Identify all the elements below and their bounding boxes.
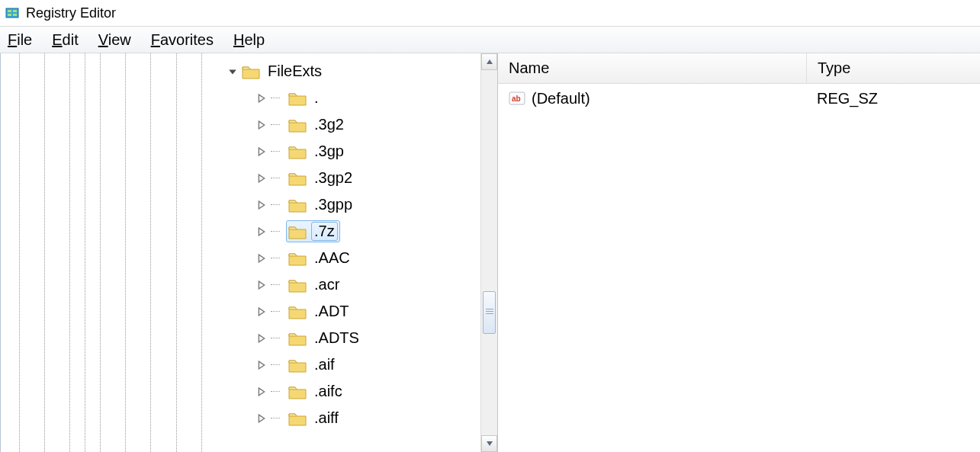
tree-node[interactable]: . (257, 85, 497, 111)
folder-icon (288, 170, 307, 187)
tree-node-label: .aiff (311, 409, 342, 428)
svg-text:ab: ab (512, 95, 521, 103)
menu-edit[interactable]: Edit (52, 31, 78, 49)
tree-node-label: .3gpp (311, 195, 355, 214)
client-area: FileExts ..3g2.3gp.3gp2.3gpp.7z.AAC.acr.… (0, 53, 980, 452)
expand-icon[interactable] (257, 387, 266, 396)
expand-icon[interactable] (257, 280, 266, 290)
tree-connector (271, 151, 280, 152)
value-row[interactable]: ab (Default) REG_SZ (498, 84, 980, 113)
tree-node-body[interactable]: .3g2 (286, 114, 349, 136)
folder-icon (288, 330, 307, 347)
tree-node-body[interactable]: .3gpp (286, 194, 358, 216)
tree-node-body[interactable]: .aif (286, 354, 340, 376)
tree-connector (271, 364, 280, 365)
collapse-icon[interactable] (228, 67, 237, 76)
expand-icon[interactable] (257, 227, 266, 236)
tree-node[interactable]: .acr (257, 271, 497, 298)
scroll-up-button[interactable] (481, 53, 497, 70)
column-header-type[interactable]: Type (806, 53, 980, 83)
tree-node-label: FileExts (265, 62, 325, 81)
expand-icon[interactable] (257, 307, 266, 316)
menu-help[interactable]: Help (233, 31, 265, 49)
folder-icon (288, 223, 307, 240)
tree-connector (271, 338, 280, 338)
expand-icon[interactable] (257, 120, 266, 130)
tree-connector (271, 98, 280, 98)
expand-icon[interactable] (257, 147, 266, 156)
tree-node[interactable]: .aif (257, 351, 497, 378)
tree-connector (271, 311, 280, 312)
folder-icon (288, 250, 307, 267)
scroll-down-button[interactable] (481, 435, 497, 452)
tree-connector (271, 391, 280, 392)
tree-node[interactable]: .ADTS (257, 325, 497, 351)
tree-node-body[interactable]: . (286, 87, 324, 109)
tree-node-body[interactable]: .7z (286, 220, 340, 242)
menu-favorites[interactable]: Favorites (151, 31, 214, 49)
svg-rect-0 (6, 8, 18, 18)
tree-node[interactable]: .AAC (257, 245, 497, 271)
scroll-track[interactable] (481, 70, 497, 435)
tree-node-label: .ADTS (311, 329, 362, 348)
column-header-name[interactable]: Name (498, 53, 806, 83)
svg-rect-2 (13, 10, 17, 12)
expand-icon[interactable] (257, 361, 266, 370)
tree-node-label: .ADT (311, 302, 352, 321)
svg-rect-3 (8, 14, 11, 16)
tree-node[interactable]: .3g2 (257, 111, 497, 138)
tree-connector (271, 178, 280, 178)
tree-node[interactable]: .3gp2 (257, 165, 497, 191)
tree-node[interactable]: .3gpp (257, 191, 497, 218)
tree-node-body[interactable]: .aiff (286, 407, 344, 429)
tree-node[interactable]: .aifc (257, 378, 497, 405)
expand-icon[interactable] (257, 174, 266, 183)
expand-icon[interactable] (257, 94, 266, 103)
tree-children: ..3g2.3gp.3gp2.3gpp.7z.AAC.acr.ADT.ADTS.… (257, 85, 497, 431)
values-pane[interactable]: Name Type ab (Default) REG_SZ (498, 53, 980, 452)
tree-node-body[interactable]: .3gp2 (286, 167, 358, 189)
column-headers: Name Type (498, 53, 980, 84)
value-type: REG_SZ (817, 90, 878, 107)
tree-node[interactable]: .7z (257, 218, 497, 245)
tree-connector (271, 204, 280, 205)
tree-node-label: .aif (311, 355, 338, 374)
tree-node-label: . (311, 88, 322, 107)
menu-bar: File Edit View Favorites Help (0, 26, 980, 53)
expand-icon[interactable] (257, 414, 266, 423)
tree-node-body[interactable]: .acr (286, 274, 345, 296)
tree-node-label: .aifc (311, 382, 345, 401)
tree-node[interactable]: .ADT (257, 298, 497, 325)
value-type-cell: REG_SZ (806, 90, 980, 107)
menu-view[interactable]: View (98, 31, 131, 49)
tree-node-label: .3gp (311, 142, 347, 161)
value-name: (Default) (532, 90, 590, 107)
vertical-scrollbar[interactable] (480, 53, 497, 452)
tree-node-body[interactable]: .AAC (286, 247, 355, 269)
scroll-thumb[interactable] (483, 291, 496, 334)
tree-node-body[interactable]: .ADTS (286, 327, 365, 349)
expand-icon[interactable] (257, 334, 266, 343)
tree-connector (271, 418, 280, 418)
tree-node-fileexts[interactable]: FileExts (228, 58, 497, 85)
tree: FileExts ..3g2.3gp.3gp2.3gpp.7z.AAC.acr.… (228, 58, 497, 431)
window-titlebar: Registry Editor (0, 0, 980, 26)
tree-node-label: .AAC (311, 248, 353, 268)
tree-node[interactable]: .3gp (257, 138, 497, 165)
tree-node-body[interactable]: .ADT (286, 300, 355, 322)
tree-node[interactable]: .aiff (257, 405, 497, 431)
svg-rect-4 (13, 14, 17, 16)
value-name-cell: ab (Default) (498, 90, 806, 107)
menu-file[interactable]: File (8, 31, 32, 49)
tree-node-label: .3g2 (311, 115, 347, 134)
folder-icon (288, 303, 307, 320)
expand-icon[interactable] (257, 200, 266, 210)
svg-rect-1 (8, 10, 11, 12)
tree-node-body[interactable]: .3gp (286, 140, 349, 162)
expand-icon[interactable] (257, 254, 266, 263)
folder-icon (288, 197, 307, 213)
string-value-icon: ab (509, 91, 525, 106)
tree-connector (271, 124, 280, 125)
tree-node-body[interactable]: .aifc (286, 380, 348, 402)
tree-pane[interactable]: FileExts ..3g2.3gp.3gp2.3gpp.7z.AAC.acr.… (1, 53, 498, 452)
